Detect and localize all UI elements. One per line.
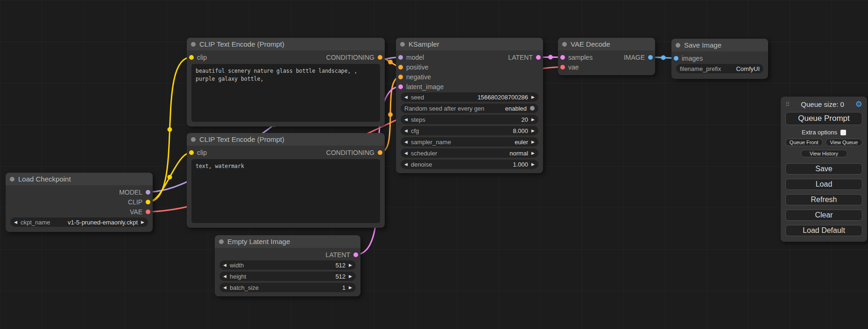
collapse-dot-icon[interactable]: [10, 177, 14, 182]
widget-steps[interactable]: ◀ steps 20 ▶: [401, 115, 538, 124]
images-input-dot[interactable]: [674, 56, 678, 61]
node-title: Load Checkpoint: [18, 175, 71, 183]
latent-output-dot[interactable]: [353, 252, 358, 257]
widget-value: 156680208700286: [478, 94, 528, 101]
negative-input-dot[interactable]: [398, 75, 403, 79]
increment-arrow-icon[interactable]: ▶: [531, 151, 535, 155]
node-ksampler[interactable]: KSampler model LATENT positive: [396, 38, 543, 173]
widget-scheduler[interactable]: ◀ scheduler normal ▶: [401, 148, 538, 158]
samples-input-dot[interactable]: [560, 55, 565, 60]
decrement-arrow-icon[interactable]: ◀: [223, 274, 226, 279]
decrement-arrow-icon[interactable]: ◀: [404, 151, 408, 155]
extra-options-checkbox[interactable]: [840, 130, 846, 135]
widget-filename-prefix[interactable]: filename_prefix ComfyUI: [676, 64, 763, 73]
vae-input-dot[interactable]: [560, 65, 565, 70]
node-titlebar[interactable]: KSampler: [396, 38, 543, 50]
clip-input-dot[interactable]: [189, 150, 194, 155]
increment-arrow-icon[interactable]: ▶: [349, 263, 352, 267]
widget-value: 1: [342, 284, 346, 291]
node-vae-decode[interactable]: VAE Decode samples IMAGE vae: [558, 38, 655, 75]
save-button[interactable]: Save: [785, 163, 862, 175]
view-history-button[interactable]: View History: [801, 150, 847, 157]
decrement-arrow-icon[interactable]: ◀: [223, 263, 226, 267]
node-titlebar[interactable]: CLIP Text Encode (Prompt): [187, 38, 385, 50]
node-titlebar[interactable]: Load Checkpoint: [6, 173, 153, 185]
input-label-model: model: [406, 54, 424, 61]
collapse-dot-icon[interactable]: [191, 137, 196, 142]
collapse-dot-icon[interactable]: [219, 239, 224, 244]
node-load-checkpoint[interactable]: Load Checkpoint MODEL CLIP VAE: [6, 173, 153, 232]
image-output-dot[interactable]: [648, 55, 653, 60]
slot-row: MODEL: [6, 187, 153, 197]
widget-value: 512: [335, 273, 346, 280]
node-graph-canvas[interactable]: Load Checkpoint MODEL CLIP VAE: [0, 0, 868, 329]
collapse-dot-icon[interactable]: [400, 42, 405, 47]
increment-arrow-icon[interactable]: ▶: [531, 118, 535, 122]
increment-arrow-icon[interactable]: ▶: [349, 274, 352, 279]
node-clip-text-encode-negative[interactable]: CLIP Text Encode (Prompt) clip CONDITION…: [187, 133, 385, 228]
view-queue-button[interactable]: View Queue: [826, 139, 863, 146]
node-titlebar[interactable]: CLIP Text Encode (Prompt): [187, 133, 385, 146]
slot-row: vae: [558, 62, 655, 72]
widget-random-seed[interactable]: Random seed after every gen enabled: [401, 104, 538, 113]
widget-width[interactable]: ◀ width 512 ▶: [219, 260, 356, 270]
model-output-dot[interactable]: [146, 190, 150, 195]
widget-value: v1-5-pruned-emaonly.ckpt: [68, 219, 138, 226]
widget-batch-size[interactable]: ◀ batch_size 1 ▶: [219, 283, 356, 292]
increment-arrow-icon[interactable]: ▶: [141, 220, 144, 224]
latent-image-input-dot[interactable]: [398, 84, 403, 89]
clip-input-dot[interactable]: [189, 55, 194, 60]
increment-arrow-icon[interactable]: ▶: [349, 286, 352, 290]
decrement-arrow-icon[interactable]: ◀: [14, 220, 17, 224]
node-empty-latent-image[interactable]: Empty Latent Image LATENT ◀ width 512 ▶ …: [215, 235, 360, 296]
random-seed-toggle-dot[interactable]: [530, 106, 535, 111]
increment-arrow-icon[interactable]: ▶: [531, 140, 535, 144]
node-title: Empty Latent Image: [227, 238, 290, 245]
widget-seed[interactable]: ◀ seed 156680208700286 ▶: [401, 92, 538, 102]
latent-output-dot[interactable]: [536, 55, 541, 60]
increment-arrow-icon[interactable]: ▶: [531, 162, 535, 167]
positive-input-dot[interactable]: [398, 65, 403, 70]
node-save-image[interactable]: Save Image images filename_prefix ComfyU…: [671, 39, 768, 79]
clip-output-dot[interactable]: [146, 200, 150, 204]
queue-prompt-button[interactable]: Queue Prompt: [785, 112, 862, 125]
settings-gear-icon[interactable]: ⚙: [855, 100, 862, 108]
queue-front-button[interactable]: Queue Front: [785, 139, 823, 146]
node-titlebar[interactable]: VAE Decode: [558, 38, 655, 50]
collapse-dot-icon[interactable]: [676, 43, 680, 48]
widget-height[interactable]: ◀ height 512 ▶: [219, 272, 356, 281]
increment-arrow-icon[interactable]: ▶: [531, 129, 535, 133]
input-label-images: images: [682, 55, 703, 62]
increment-arrow-icon[interactable]: ▶: [531, 95, 535, 99]
collapse-dot-icon[interactable]: [191, 42, 196, 47]
collapse-dot-icon[interactable]: [562, 42, 567, 47]
output-label-latent: LATENT: [325, 251, 350, 259]
widget-denoise[interactable]: ◀ denoise 1.000 ▶: [401, 160, 538, 169]
node-titlebar[interactable]: Save Image: [671, 39, 768, 51]
decrement-arrow-icon[interactable]: ◀: [404, 95, 408, 99]
widget-sampler-name[interactable]: ◀ sampler_name euler ▶: [401, 137, 538, 147]
decrement-arrow-icon[interactable]: ◀: [404, 129, 408, 133]
model-input-dot[interactable]: [398, 55, 403, 60]
widget-cfg[interactable]: ◀ cfg 8.000 ▶: [401, 126, 538, 135]
node-clip-text-encode-positive[interactable]: CLIP Text Encode (Prompt) clip CONDITION…: [187, 38, 385, 126]
load-button[interactable]: Load: [785, 179, 862, 190]
queue-panel-header[interactable]: ⠿ Queue size: 0 ⚙: [785, 100, 862, 108]
widget-label: filename_prefix: [680, 65, 721, 72]
decrement-arrow-icon[interactable]: ◀: [404, 118, 408, 122]
decrement-arrow-icon[interactable]: ◀: [404, 162, 408, 167]
drag-handle-icon[interactable]: ⠿: [785, 101, 790, 107]
load-default-button[interactable]: Load Default: [785, 225, 862, 236]
clear-button[interactable]: Clear: [785, 210, 862, 221]
decrement-arrow-icon[interactable]: ◀: [404, 140, 408, 144]
vae-output-dot[interactable]: [146, 210, 150, 214]
conditioning-output-dot[interactable]: [378, 55, 382, 60]
decrement-arrow-icon[interactable]: ◀: [223, 286, 226, 290]
refresh-button[interactable]: Refresh: [785, 194, 862, 205]
widget-ckpt-name[interactable]: ◀ ckpt_name v1-5-pruned-emaonly.ckpt ▶: [10, 217, 148, 227]
slot-row: LATENT: [215, 250, 360, 259]
prompt-textarea[interactable]: text, watermark: [191, 159, 380, 223]
conditioning-output-dot[interactable]: [378, 150, 382, 155]
prompt-textarea[interactable]: beautiful scenery nature glass bottle la…: [191, 64, 380, 122]
node-titlebar[interactable]: Empty Latent Image: [215, 235, 360, 248]
